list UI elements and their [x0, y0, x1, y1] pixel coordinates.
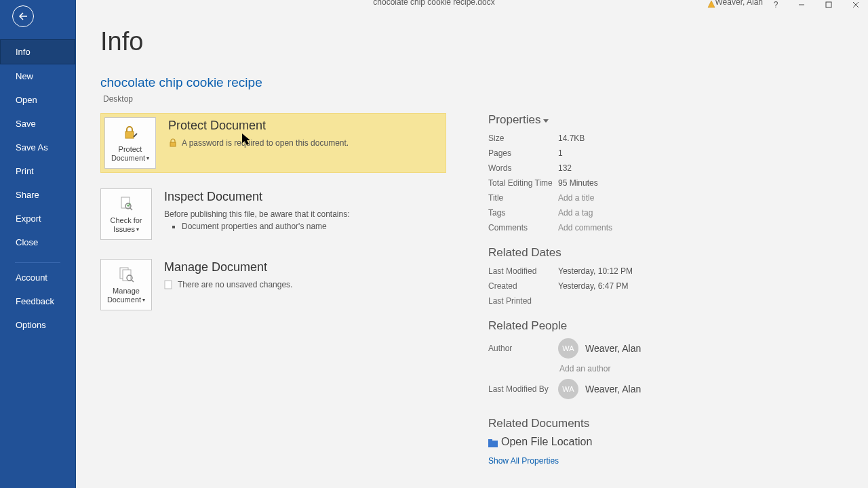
- sidebar-item-saveas[interactable]: Save As: [0, 136, 75, 159]
- date-created-label: Created: [488, 281, 558, 291]
- properties-column: Properties Size14.7KB Pages1 Words132 To…: [488, 113, 732, 466]
- sidebar-item-save[interactable]: Save: [0, 112, 75, 136]
- manage-title: Manage Document: [164, 260, 292, 274]
- author-name: Weaver, Alan: [585, 343, 641, 354]
- document-location: Desktop: [103, 94, 868, 104]
- sidebar-item-options[interactable]: Options: [0, 313, 75, 337]
- lastmod-person[interactable]: WA Weaver, Alan: [558, 379, 641, 399]
- open-file-location[interactable]: Open File Location: [488, 436, 732, 448]
- inspect-intro: Before publishing this file, be aware th…: [164, 208, 350, 220]
- show-all-properties[interactable]: Show All Properties: [488, 456, 732, 466]
- lock-icon: [122, 123, 138, 142]
- back-button[interactable]: [12, 5, 34, 27]
- prop-pages-value: 1: [558, 148, 563, 158]
- author-person[interactable]: WA Weaver, Alan: [558, 338, 641, 359]
- sidebar-item-close[interactable]: Close: [0, 230, 75, 254]
- add-author[interactable]: Add an author: [559, 364, 641, 373]
- date-created-value: Yesterday, 6:47 PM: [558, 281, 628, 291]
- prop-title-label: Title: [488, 193, 558, 203]
- related-documents-heading: Related Documents: [488, 417, 732, 430]
- check-for-issues-button[interactable]: Check for Issues▾: [100, 188, 152, 240]
- manage-message: There are no unsaved changes.: [178, 279, 292, 291]
- sidebar-separator: [15, 262, 60, 263]
- svg-rect-16: [165, 281, 172, 289]
- document-title: chocolate chip cookie recipe: [100, 75, 868, 90]
- prop-time-value: 95 Minutes: [558, 178, 598, 188]
- inspect-title: Inspect Document: [164, 190, 350, 204]
- lock-small-icon: [168, 138, 178, 148]
- protect-document-card: Protect Document▾ Protect Document A pas…: [100, 113, 446, 173]
- content-area: Info chocolate chip cookie recipe Deskto…: [76, 0, 868, 488]
- avatar: WA: [558, 379, 578, 399]
- protect-document-button[interactable]: Protect Document▾: [104, 117, 156, 169]
- svg-rect-19: [488, 439, 492, 442]
- sidebar-item-new[interactable]: New: [0, 64, 75, 88]
- prop-size-label: Size: [488, 134, 558, 143]
- svg-rect-8: [170, 142, 176, 146]
- manage-document-card: Manage Document▾ Manage Document There a…: [100, 259, 446, 310]
- chevron-down-icon: [543, 113, 549, 127]
- prop-words-label: Words: [488, 163, 558, 173]
- chevron-down-icon: ▾: [142, 297, 145, 303]
- prop-comments-label: Comments: [488, 223, 558, 232]
- sidebar-item-share[interactable]: Share: [0, 183, 75, 207]
- document-search-icon: [118, 195, 134, 214]
- avatar: WA: [558, 338, 578, 359]
- svg-line-11: [130, 208, 132, 210]
- document-manage-icon: [117, 265, 135, 284]
- related-people-heading: Related People: [488, 319, 732, 333]
- svg-line-7: [134, 134, 137, 137]
- prop-comments-value[interactable]: Add comments: [558, 223, 612, 232]
- prop-title-value[interactable]: Add a title: [558, 193, 594, 203]
- properties-heading[interactable]: Properties: [488, 113, 732, 127]
- date-modified-value: Yesterday, 10:12 PM: [558, 266, 633, 276]
- sidebar-item-export[interactable]: Export: [0, 207, 75, 230]
- sidebar-item-info[interactable]: Info: [0, 39, 75, 64]
- protect-title: Protect Document: [168, 119, 349, 133]
- backstage-sidebar: Info New Open Save Save As Print Share E…: [0, 0, 76, 488]
- lastmod-name: Weaver, Alan: [585, 384, 641, 394]
- page-title: Info: [100, 27, 868, 56]
- prop-tags-label: Tags: [488, 208, 558, 218]
- inspect-document-card: Check for Issues▾ Inspect Document Befor…: [100, 188, 446, 240]
- chevron-down-icon: ▾: [136, 226, 139, 232]
- date-modified-label: Last Modified: [488, 266, 558, 276]
- sidebar-item-open[interactable]: Open: [0, 88, 75, 112]
- sidebar-list: Info New Open Save Save As Print Share E…: [0, 39, 75, 337]
- manage-document-button[interactable]: Manage Document▾: [100, 259, 152, 310]
- svg-rect-6: [125, 131, 134, 138]
- prop-time-label: Total Editing Time: [488, 178, 558, 188]
- svg-marker-17: [543, 119, 549, 123]
- prop-pages-label: Pages: [488, 148, 558, 158]
- chevron-down-icon: ▾: [146, 155, 149, 161]
- prop-words-value: 132: [558, 163, 572, 173]
- author-label: Author: [488, 338, 558, 353]
- prop-size-value: 14.7KB: [558, 134, 585, 143]
- lastmodby-label: Last Modified By: [488, 379, 558, 394]
- document-blank-icon: [164, 280, 174, 289]
- inspect-bullet: Document properties and author's name: [182, 222, 350, 231]
- sidebar-item-print[interactable]: Print: [0, 159, 75, 183]
- folder-icon: [488, 438, 498, 446]
- protect-message: A password is required to open this docu…: [182, 137, 349, 149]
- sidebar-item-feedback[interactable]: Feedback: [0, 289, 75, 313]
- svg-line-15: [132, 280, 134, 282]
- prop-tags-value[interactable]: Add a tag: [558, 208, 593, 218]
- info-cards-column: Protect Document▾ Protect Document A pas…: [100, 113, 446, 466]
- date-printed-label: Last Printed: [488, 296, 558, 306]
- arrow-left-icon: [18, 11, 28, 22]
- sidebar-item-account[interactable]: Account: [0, 266, 75, 289]
- related-dates-heading: Related Dates: [488, 246, 732, 260]
